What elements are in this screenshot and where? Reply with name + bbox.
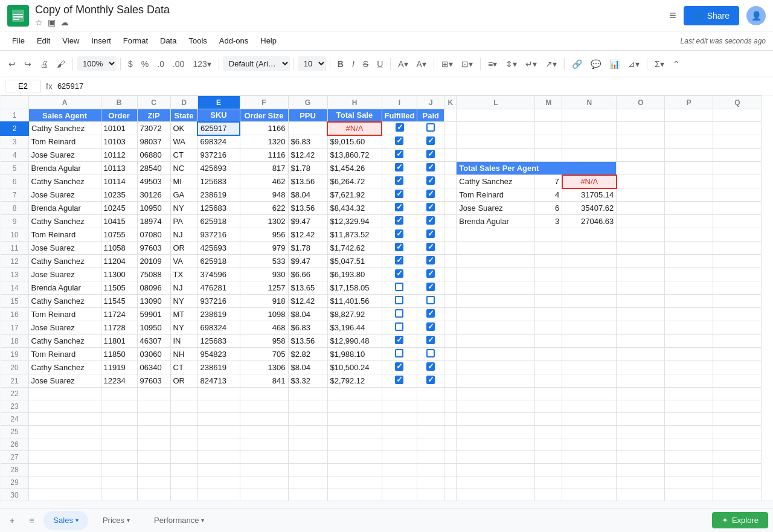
row-num-19[interactable]: 19 (1, 348, 28, 361)
cell-b10[interactable]: 10755 (101, 228, 137, 242)
cell-p4[interactable] (665, 149, 713, 162)
cell-h2[interactable]: #N/A (327, 122, 382, 135)
cell-j9[interactable] (417, 215, 444, 228)
cell-h6[interactable]: $6,264.72 (327, 175, 382, 188)
col-header-M[interactable]: M (535, 96, 562, 109)
cell-a9[interactable]: Cathy Sanchez (28, 215, 101, 228)
percent-button[interactable]: % (138, 57, 152, 71)
cell-c13[interactable]: 75088 (137, 268, 170, 281)
cell-o16[interactable] (617, 308, 665, 321)
cell-a22[interactable] (28, 388, 101, 400)
checkbox-fulfilled-10[interactable] (395, 229, 403, 238)
cell-o9[interactable] (617, 215, 665, 228)
cell-l11[interactable] (457, 242, 535, 255)
menu-format[interactable]: Format (118, 34, 153, 48)
menu-addons[interactable]: Add-ons (214, 34, 253, 48)
align-button[interactable]: ≡▾ (484, 57, 501, 71)
cell-l15[interactable] (457, 295, 535, 308)
cell-q20[interactable] (713, 361, 762, 374)
cell-q12[interactable] (713, 255, 762, 268)
cell-b18[interactable]: 11801 (101, 335, 137, 348)
cell-a7[interactable]: Jose Suarez (28, 188, 101, 202)
cell-d13[interactable]: TX (170, 268, 197, 281)
cell-n19[interactable] (562, 348, 617, 361)
cell-h14[interactable]: $17,158.05 (327, 281, 382, 295)
cell-d14[interactable]: NJ (170, 281, 197, 295)
cell-a19[interactable]: Tom Reinard (28, 348, 101, 361)
cell-q21[interactable] (713, 374, 762, 388)
cell-k6[interactable] (444, 175, 457, 188)
cell-m13[interactable] (535, 268, 562, 281)
cell-k13[interactable] (444, 268, 457, 281)
cell-e20[interactable]: 238619 (197, 361, 240, 374)
cell-p21[interactable] (665, 374, 713, 388)
cell-m19[interactable] (535, 348, 562, 361)
cell-f4[interactable]: 1116 (240, 149, 288, 162)
cell-m20[interactable] (535, 361, 562, 374)
cell-p16[interactable] (665, 308, 713, 321)
drive-icon[interactable]: ▣ (48, 18, 56, 27)
cell-c12[interactable]: 20109 (137, 255, 170, 268)
cell-i5[interactable] (382, 162, 417, 175)
decimal-decrease-button[interactable]: .0 (153, 57, 168, 71)
cell-a18[interactable]: Cathy Sanchez (28, 335, 101, 348)
cell-q3[interactable] (713, 135, 762, 149)
cell-c8[interactable]: 10950 (137, 202, 170, 215)
strikethrough-button[interactable]: S (359, 57, 372, 71)
cell-i17[interactable] (382, 321, 417, 335)
cloud-icon[interactable]: ☁ (60, 18, 69, 27)
cell-e4[interactable]: 937216 (197, 149, 240, 162)
cell-o1[interactable] (617, 109, 665, 122)
tab-sales[interactable]: Sales ▾ (43, 511, 88, 530)
cell-k2[interactable] (444, 122, 457, 135)
cell-b20[interactable]: 11919 (101, 361, 137, 374)
cell-p17[interactable] (665, 321, 713, 335)
tab-performance[interactable]: Performance ▾ (144, 511, 214, 530)
row-num-3[interactable]: 3 (1, 135, 28, 149)
cell-c14[interactable]: 08096 (137, 281, 170, 295)
valign-button[interactable]: ⇕▾ (502, 57, 521, 71)
cell-p18[interactable] (665, 335, 713, 348)
cell-j11[interactable] (417, 242, 444, 255)
row-num-6[interactable]: 6 (1, 175, 28, 188)
cell-h13[interactable]: $6,193.80 (327, 268, 382, 281)
cell-o13[interactable] (617, 268, 665, 281)
col-header-J[interactable]: J (417, 96, 444, 109)
cell-h5[interactable]: $1,454.26 (327, 162, 382, 175)
header-sku[interactable]: SKU (197, 109, 240, 122)
tab-prices-arrow[interactable]: ▾ (127, 517, 130, 524)
cell-b12[interactable]: 11204 (101, 255, 137, 268)
cell-k11[interactable] (444, 242, 457, 255)
cell-k19[interactable] (444, 348, 457, 361)
cell-i15[interactable] (382, 295, 417, 308)
cell-reference[interactable]: E2 (5, 80, 41, 92)
cell-q4[interactable] (713, 149, 762, 162)
cell-m2[interactable] (535, 122, 562, 135)
share-button[interactable]: 👤 Share (684, 6, 739, 25)
cell-i12[interactable] (382, 255, 417, 268)
cell-g10[interactable]: $12.42 (288, 228, 327, 242)
cell-h21[interactable]: $2,792.12 (327, 374, 382, 388)
cell-e18[interactable]: 125683 (197, 335, 240, 348)
cell-n20[interactable] (562, 361, 617, 374)
cell-p3[interactable] (665, 135, 713, 149)
cell-h20[interactable]: $10,500.24 (327, 361, 382, 374)
cell-q6[interactable] (713, 175, 762, 188)
cell-n3[interactable] (562, 135, 617, 149)
cell-g13[interactable]: $6.66 (288, 268, 327, 281)
cell-f3[interactable]: 1320 (240, 135, 288, 149)
row-num-9[interactable]: 9 (1, 215, 28, 228)
cell-j18[interactable] (417, 335, 444, 348)
link-button[interactable]: 🔗 (568, 57, 586, 71)
cell-i7[interactable] (382, 188, 417, 202)
row-num-1[interactable]: 1 (1, 109, 28, 122)
cell-o15[interactable] (617, 295, 665, 308)
cell-i13[interactable] (382, 268, 417, 281)
cell-d9[interactable]: PA (170, 215, 197, 228)
cell-h4[interactable]: $13,860.72 (327, 149, 382, 162)
cell-g7[interactable]: $8.04 (288, 188, 327, 202)
cell-m10[interactable] (535, 228, 562, 242)
cell-a6[interactable]: Cathy Sanchez (28, 175, 101, 188)
filter-button[interactable]: ⊿▾ (624, 57, 643, 71)
checkbox-fulfilled-5[interactable] (395, 163, 403, 171)
